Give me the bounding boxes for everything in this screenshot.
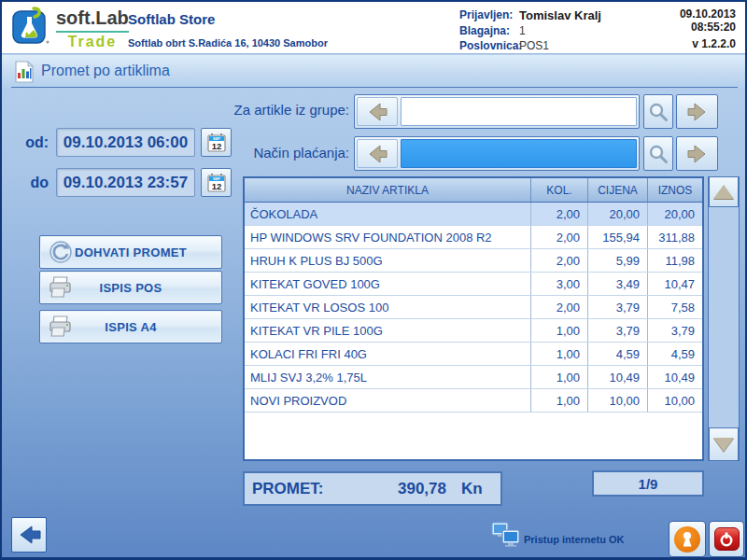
cell-iznos: 10,47 (648, 273, 702, 295)
scroll-up-icon (713, 185, 734, 199)
date-to-field[interactable]: 09.10.2013 23:57 (56, 168, 195, 197)
printer-icon (49, 276, 73, 299)
cell-naziv-artikla: MLIJ SVJ 3,2% 1,75L (245, 366, 531, 388)
table-row[interactable]: HP WINDOWS SRV FOUNDATION 2008 R2 2,00 1… (245, 226, 702, 249)
svg-text:12: 12 (211, 140, 221, 150)
store-name: Softlab Store (128, 11, 328, 27)
table-body: ČOKOLADA 2,00 20,00 20,00 HP WINDOWS SRV… (245, 203, 702, 413)
next-arrow-icon (684, 99, 711, 125)
fetch-promet-button[interactable]: DOHVATI PROMET (39, 235, 222, 269)
report-chart-icon (14, 61, 35, 83)
cell-cijena: 20,00 (588, 203, 648, 225)
table-row[interactable]: MLIJ SVJ 3,2% 1,75L 1,00 10,49 10,49 (245, 366, 702, 389)
cell-iznos: 7,58 (648, 296, 702, 318)
group-search-button[interactable] (643, 94, 673, 129)
app-version: v 1.2.2.0 (692, 37, 736, 50)
column-header-cijena[interactable]: CIJENA (588, 178, 648, 202)
articles-table: NAZIV ARTIKLA KOL. CIJENA IZNOS ČOKOLADA… (243, 176, 704, 461)
table-scrollbar[interactable] (708, 176, 740, 461)
group-prev-button[interactable] (357, 97, 398, 126)
table-row[interactable]: NOVI PROIZVOD 1,00 10,00 10,00 (245, 389, 702, 413)
table-row[interactable]: KOLACI FRI FRI 40G 1,00 4,59 4,59 (245, 343, 702, 366)
cell-cijena: 5,99 (588, 249, 648, 272)
cell-naziv-artikla: KOLACI FRI FRI 40G (245, 343, 531, 365)
cell-cijena: 3,49 (588, 273, 648, 295)
group-next-button[interactable] (676, 94, 718, 129)
promet-label: PROMET: (252, 480, 324, 498)
payment-search-button[interactable] (643, 136, 673, 171)
cell-naziv-artikla: KITEKAT VR LOSOS 100 (245, 296, 531, 318)
scroll-down-button[interactable] (709, 427, 739, 461)
cell-iznos: 3,79 (648, 319, 702, 342)
branch-value: POS1 (519, 39, 601, 52)
logged-in-label: Prijavljen: (459, 8, 512, 22)
brand-subtitle: Trade (56, 34, 129, 50)
cell-kolicina: 3,00 (531, 273, 588, 295)
cell-iznos: 4,59 (648, 343, 702, 365)
cell-kolicina: 2,00 (531, 203, 588, 225)
scroll-up-button[interactable] (709, 176, 739, 207)
table-row[interactable]: HRUH K PLUS BJ 500G 2,00 5,99 11,98 (245, 249, 702, 273)
network-monitors-icon (491, 522, 521, 548)
group-filter-label: Za artikle iz grupe: (142, 102, 349, 118)
logged-in-value: Tomislav Kralj (519, 8, 601, 22)
power-off-button[interactable] (709, 521, 744, 557)
date-from-field[interactable]: 09.10.2013 06:00 (56, 128, 195, 157)
datetime: 09.10.2013 08:55:20 (680, 7, 736, 34)
store-address: Softlab obrt S.Radića 16, 10430 Samobor (128, 37, 328, 49)
payment-field[interactable] (401, 139, 637, 168)
search-icon (647, 101, 669, 123)
print-a4-button[interactable]: ISPIS A4 (39, 310, 222, 343)
date-to-calendar-button[interactable]: SEP 12 (201, 168, 232, 197)
group-selector (354, 94, 640, 129)
prev-arrow-icon (364, 99, 390, 125)
title-bar: Promet po artiklima (2, 55, 745, 88)
keyhole-lock-icon (674, 526, 700, 553)
table-row[interactable]: KITEKAT GOVED 100G 3,00 3,49 10,47 (245, 273, 702, 296)
cell-iznos: 10,49 (648, 366, 702, 388)
payment-selector (354, 136, 640, 171)
cell-naziv-artikla: HRUH K PLUS BJ 500G (245, 249, 531, 272)
header: soft.Lab Trade Softlab Store Softlab obr… (2, 2, 745, 54)
refresh-icon (49, 240, 73, 264)
session-info: Prijavljen: Tomislav Kralj Blagajna: 1 P… (459, 8, 601, 52)
cell-kolicina: 1,00 (531, 343, 588, 365)
table-row[interactable]: KITEKAT VR PILE 100G 1,00 3,79 3,79 (245, 319, 702, 343)
column-header-kol[interactable]: KOL. (531, 178, 588, 202)
payment-prev-button[interactable] (357, 139, 398, 168)
register-label: Blagajna: (459, 24, 512, 37)
lock-button[interactable] (669, 521, 706, 557)
table-row[interactable]: ČOKOLADA 2,00 20,00 20,00 (245, 203, 702, 226)
register-value: 1 (519, 24, 601, 37)
cell-kolicina: 1,00 (531, 366, 588, 388)
store-info: Softlab Store Softlab obrt S.Radića 16, … (128, 11, 328, 49)
print-pos-button[interactable]: ISPIS POS (39, 271, 222, 304)
title-divider (11, 87, 738, 88)
promet-total-box: PROMET: 390,78 Kn (243, 471, 502, 506)
cell-cijena: 10,00 (588, 389, 648, 412)
table-header: NAZIV ARTIKLA KOL. CIJENA IZNOS (245, 178, 702, 203)
cell-cijena: 4,59 (588, 343, 648, 365)
prev-arrow-icon (364, 141, 390, 167)
page-title: Promet po artiklima (41, 63, 170, 79)
app-window: soft.Lab Trade Softlab Store Softlab obr… (0, 0, 747, 560)
table-row[interactable]: KITEKAT VR LOSOS 100 2,00 3,79 7,58 (245, 296, 702, 319)
cell-iznos: 11,98 (648, 249, 702, 272)
cell-iznos: 20,00 (648, 203, 702, 225)
cell-naziv-artikla: HP WINDOWS SRV FOUNDATION 2008 R2 (245, 226, 531, 248)
group-field[interactable] (401, 97, 637, 126)
payment-next-button[interactable] (676, 136, 718, 171)
current-time: 08:55:20 (680, 21, 736, 34)
column-header-naziv[interactable]: NAZIV ARTIKLA (245, 178, 531, 202)
date-to-label: do (2, 175, 49, 191)
cell-kolicina: 1,00 (531, 389, 588, 412)
calendar-icon: SEP 12 (206, 133, 227, 153)
back-button[interactable] (11, 517, 47, 553)
date-from-calendar-button[interactable]: SEP 12 (201, 128, 232, 157)
svg-text:12: 12 (211, 180, 221, 190)
column-header-iznos[interactable]: IZNOS (648, 178, 702, 202)
cell-cijena: 10,49 (588, 366, 648, 388)
promet-value: 390,78 (398, 480, 446, 498)
cell-cijena: 3,79 (588, 319, 648, 342)
logo-text: soft.Lab Trade (56, 6, 129, 50)
